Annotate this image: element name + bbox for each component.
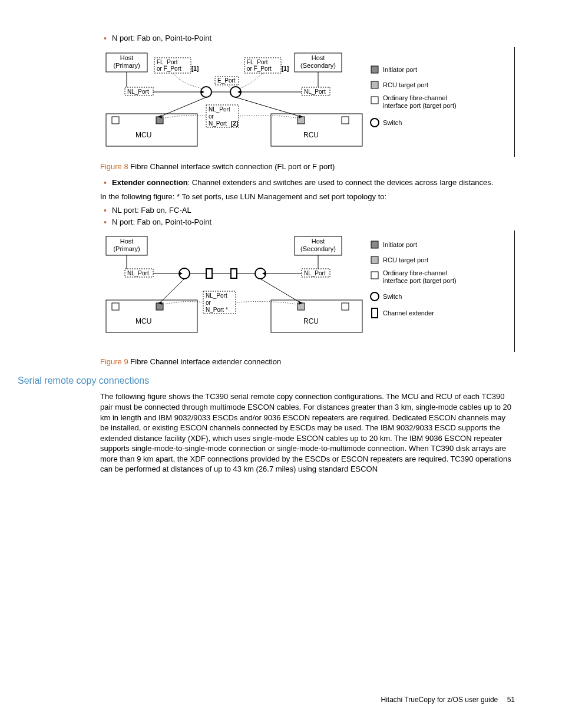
svg-text:MCU: MCU (135, 317, 151, 325)
svg-rect-81 (156, 303, 163, 310)
paragraph: In the following figure: * To set ports,… (100, 192, 515, 202)
svg-text:or F_Port: or F_Port (157, 65, 181, 72)
figure-9-caption: Figure 9 Fibre Channel interface extende… (100, 357, 515, 367)
svg-text:FL_Port: FL_Port (157, 59, 178, 65)
svg-text:Ordinary fibre-channel: Ordinary fibre-channel (383, 94, 447, 101)
fig-caption-text: Fibre Channel interface extender connect… (130, 357, 281, 366)
bullet-list: NL port: Fab on, FC-AL N port: Fab on, P… (100, 205, 515, 227)
svg-rect-80 (112, 303, 119, 310)
svg-rect-63 (206, 269, 212, 278)
fig-label: Figure 9 (100, 357, 128, 366)
svg-text:Host: Host (120, 54, 134, 61)
svg-rect-84 (297, 303, 305, 310)
svg-text:Channel extender: Channel extender (383, 309, 434, 317)
list-text: N port: Fab on, Point-to-Point (112, 34, 211, 42)
svg-rect-35 (297, 117, 305, 124)
list-text: : Channel extenders and switches are use… (188, 178, 494, 187)
svg-text:NL_Port: NL_Port (127, 88, 149, 95)
svg-text:or: or (209, 113, 214, 120)
svg-line-88 (260, 279, 301, 303)
svg-text:interface port (target port): interface port (target port) (383, 277, 457, 284)
svg-text:or: or (206, 299, 211, 306)
paragraph: The following figure shows the TC390 ser… (100, 391, 515, 474)
svg-text:or F_Port: or F_Port (247, 65, 272, 72)
svg-rect-48 (371, 81, 378, 88)
figure-9-diagram: Host (Primary) Host (Secondary) NL_Port … (100, 230, 515, 352)
svg-rect-98 (371, 272, 378, 279)
svg-rect-94 (371, 241, 378, 248)
svg-text:FL_Port: FL_Port (247, 59, 268, 65)
fig-label: Figure 8 (100, 162, 128, 171)
section-heading: Serial remote copy connections (18, 374, 515, 387)
svg-text:RCU target port: RCU target port (383, 256, 428, 263)
svg-text:Initiator port: Initiator port (383, 241, 417, 248)
svg-text:Host: Host (312, 54, 325, 61)
fig-caption-text: Fibre Channel interface switch connectio… (130, 162, 335, 171)
svg-rect-50 (371, 97, 378, 104)
svg-point-53 (371, 118, 379, 127)
svg-text:NL_Port: NL_Port (304, 270, 326, 276)
svg-text:Ordinary fibre-channel: Ordinary fibre-channel (383, 269, 447, 276)
figure-8-caption: Figure 8 Fibre Channel interface switch … (100, 162, 515, 172)
svg-text:[2]: [2] (231, 120, 238, 127)
svg-point-101 (371, 292, 379, 301)
figure-8-diagram: Host (Primary) Host (Secondary) FL_Port … (100, 47, 515, 157)
svg-text:Host: Host (312, 238, 325, 245)
list-lead: Extender connection (112, 178, 188, 187)
svg-rect-36 (342, 117, 349, 124)
svg-text:interface port (target port): interface port (target port) (383, 102, 457, 109)
svg-text:[1]: [1] (282, 65, 289, 72)
svg-rect-46 (371, 66, 378, 73)
svg-rect-32 (156, 117, 163, 124)
svg-text:Switch: Switch (383, 119, 402, 126)
svg-rect-78 (106, 300, 197, 332)
bullet-list: Extender connection: Channel extenders a… (100, 177, 515, 188)
svg-text:NL_Port: NL_Port (206, 292, 227, 299)
svg-text:[1]: [1] (191, 65, 199, 72)
svg-text:MCU: MCU (135, 131, 151, 139)
svg-text:N_Port *: N_Port * (206, 307, 228, 313)
svg-rect-85 (342, 303, 349, 310)
list-text: NL port: Fab on, FC-AL (112, 206, 191, 215)
svg-line-86 (160, 279, 184, 303)
svg-rect-31 (112, 117, 119, 124)
svg-text:Switch: Switch (383, 293, 402, 300)
list-text: N port: Fab on, Point-to-Point (112, 218, 211, 226)
svg-text:Initiator port: Initiator port (383, 66, 417, 73)
svg-rect-29 (106, 114, 197, 146)
svg-text:N_Port: N_Port (209, 120, 227, 127)
svg-rect-103 (372, 308, 378, 318)
svg-text:RCU: RCU (303, 131, 319, 139)
svg-line-39 (236, 97, 301, 117)
bullet-list: N port: Fab on, Point-to-Point (100, 33, 515, 44)
svg-text:RCU: RCU (303, 317, 319, 325)
list-item: N port: Fab on, Point-to-Point (112, 33, 515, 44)
svg-text:(Primary): (Primary) (113, 62, 140, 69)
list-item: N port: Fab on, Point-to-Point (112, 217, 515, 228)
svg-text:Host: Host (120, 238, 134, 245)
list-item: Extender connection: Channel extenders a… (112, 177, 515, 188)
svg-text:(Secondary): (Secondary) (300, 62, 336, 69)
svg-text:RCU target port: RCU target port (383, 81, 428, 88)
svg-text:(Secondary): (Secondary) (300, 245, 336, 252)
svg-rect-96 (371, 256, 378, 263)
svg-text:NL_Port: NL_Port (209, 106, 230, 113)
svg-text:NL_Port: NL_Port (127, 270, 149, 276)
list-item: NL port: Fab on, FC-AL (112, 205, 515, 216)
svg-text:E_Port: E_Port (217, 77, 236, 84)
svg-text:(Primary): (Primary) (113, 245, 140, 252)
svg-rect-64 (231, 269, 237, 278)
svg-text:NL_Port: NL_Port (304, 88, 326, 95)
